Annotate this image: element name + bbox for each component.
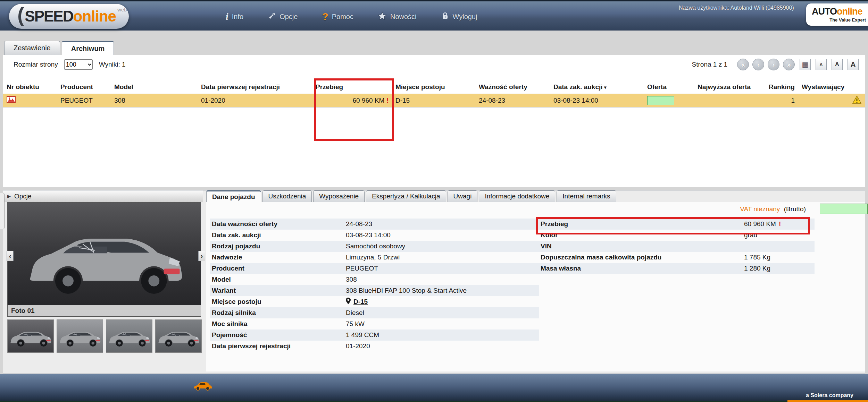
thumbnail-1[interactable] [7,319,54,353]
first-page-button[interactable]: « [737,59,749,70]
info-icon: i [226,11,228,22]
font-size-large-button[interactable]: A [848,59,859,70]
photo-prev-icon: ‹ [9,252,11,260]
photo-next-button[interactable]: › [198,251,205,261]
field-row: Kolorgrau [539,230,815,241]
column-header-waznosc-oferty[interactable]: Ważność oferty [475,81,550,94]
menu-item-options[interactable]: Opcje [268,12,298,22]
results-table: Nr obiektu Producent Model Data pierwsze… [3,81,865,108]
mileage-warning-flag: ! [779,220,781,228]
brand-tagline: The Value Expert [812,17,866,23]
vat-label: VAT nieznany [740,205,780,213]
last-page-button[interactable]: » [783,59,795,70]
column-header-model[interactable]: Model [111,81,198,94]
options-expander[interactable]: ▶ Opcje [3,190,203,202]
font-size-medium-button[interactable]: A [832,59,843,70]
lock-icon [441,12,449,22]
speedonline-logo: ( SPEED online web [9,4,129,29]
next-page-button[interactable]: › [768,59,779,70]
field-row: VIN [539,241,815,252]
table-row[interactable]: PEUGEOT 308 01-2020 60 960 KM ! D-15 24-… [3,94,865,107]
header-menu: i Info Opcje ? Pomoc Nowości Wyloguj [226,1,477,32]
column-header-data-zak-aukcji[interactable]: Data zak. aukcji▾ [550,81,644,94]
location-link[interactable]: D-15 [353,298,368,306]
column-header-wystawiajacy[interactable]: Wystawiający [798,81,865,94]
cell-mileage: 60 960 KM ! [312,94,392,107]
menu-item-help[interactable]: ? Pomoc [322,11,353,23]
last-page-icon: » [787,61,791,69]
photo-available-icon [7,97,16,104]
cell-ranking: 1 [765,94,798,107]
thumbnail-4[interactable] [155,319,202,353]
row-photo-cell[interactable] [3,94,57,107]
column-header-data-rejestracji[interactable]: Data pierwszej rejestracji [198,81,312,94]
tab-wyposazenie[interactable]: Wyposażenie [313,190,365,202]
offer-input-box[interactable] [647,96,674,105]
field-row: Rodzaj pojazduSamochód osobowy [210,241,539,252]
column-header-miejsce-postoju[interactable]: Miejsce postoju [392,81,475,94]
cell-highest-offer [694,94,765,107]
tab-zestawienie[interactable]: Zestawienie [4,41,60,55]
logo-speed-text: SPEED [25,8,73,25]
vehicle-photo[interactable]: Foto 01 [7,202,201,317]
cell-location: D-15 [392,94,475,107]
tab-dane-pojazdu[interactable]: Dane pojazdu [206,190,261,202]
solera-label: a Solera company [806,392,853,399]
sidebar-collapse-handle[interactable] [0,193,5,229]
results-count-label: Wyniki: 1 [99,61,126,68]
tab-internal-remarks[interactable]: Internal remarks [557,190,616,202]
thumbnail-3[interactable] [106,319,152,353]
location-pin-icon [346,298,351,306]
details-section: ▶ Opcje Foto 01 ‹ › Dane pojazdu Uszkodz… [3,190,865,374]
photo-caption: Foto 01 [8,305,201,316]
export-button[interactable]: ▦ [800,59,811,70]
menu-item-logout[interactable]: Wyloguj [441,12,477,22]
page-size-select[interactable]: 100 [64,59,93,70]
car-icon [192,380,214,391]
tab-archiwum[interactable]: Archiwum [62,41,114,55]
tab-ekspertyza[interactable]: Ekspertyza / Kalkulacja [366,190,446,202]
cell-model: 308 [111,94,198,107]
photo-next-icon: › [201,252,203,260]
field-row-location: Miejsce postoju D-15 [210,296,539,307]
cell-auction-end: 03-08-23 14:00 [550,94,644,107]
tab-uwagi[interactable]: Uwagi [448,190,478,202]
cell-offer-validity: 24-08-23 [475,94,550,107]
mileage-warning-flag: ! [386,97,389,104]
menu-item-news[interactable]: Nowości [378,11,417,22]
vat-value-box[interactable] [820,204,868,214]
column-header-oferta[interactable]: Oferta [644,81,694,94]
column-header-przebieg[interactable]: Przebieg [312,81,392,94]
prev-page-button[interactable]: ‹ [752,59,764,70]
field-row: Data pierwszej rejestracji01-2020 [210,341,539,352]
sort-icon: ▾ [604,84,607,90]
photo-prev-button[interactable]: ‹ [7,251,14,261]
column-header-producent[interactable]: Producent [57,81,111,94]
field-row: NadwozieLimuzyna, 5 Drzwi [210,252,539,263]
field-row: ProducentPEUGEOT [210,263,539,274]
vehicle-data-panel: VAT nieznany (Brutto) Data ważności ofer… [206,202,865,371]
tab-informacje-dodatkowe[interactable]: Informacje dodatkowe [479,190,555,202]
field-row: Masa własna1 280 Kg [539,263,815,274]
field-row: Rodzaj silnikaDiesel [210,307,539,318]
page-info-label: Strona 1 z 1 [692,61,727,68]
cell-first-registration: 01-2020 [198,94,312,107]
warning-icon [852,98,861,105]
details-tab-bar: Dane pojazdu Uszkodzenia Wyposażenie Eks… [206,190,616,202]
column-header-ranking[interactable]: Ranking [765,81,798,94]
options-label: Opcje [14,193,32,200]
app-header: ( SPEED online web i Info Opcje ? Pomoc … [0,0,868,31]
column-header-najwyzsza-oferta[interactable]: Najwyższa oferta [694,81,765,94]
vehicle-photo-car [16,215,193,307]
menu-item-info[interactable]: i Info [226,11,243,22]
logo-web-text: web [117,7,127,12]
tab-uszkodzenia[interactable]: Uszkodzenia [262,190,312,202]
first-page-icon: « [741,61,745,69]
field-row: Data ważności oferty24-08-23 [210,219,539,230]
autoonline-logo: AUTOonline The Value Expert [806,3,868,26]
star-icon [378,11,387,22]
column-header-nr-obiektu[interactable]: Nr obiektu [3,81,57,94]
field-row: Pojemność1 499 CCM [210,330,539,341]
font-size-small-button[interactable]: A [816,59,827,70]
thumbnail-2[interactable] [57,319,103,353]
